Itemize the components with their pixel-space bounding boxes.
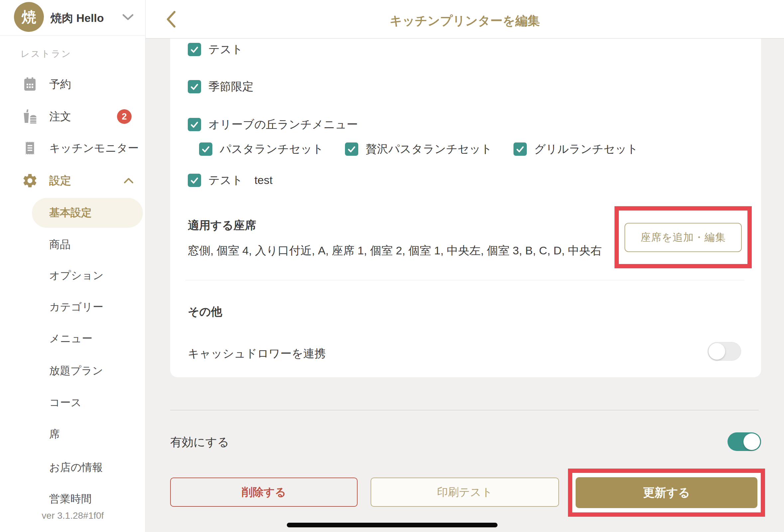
- sidebar-item-label: 注文: [49, 109, 71, 124]
- enable-label: 有効にする: [170, 434, 229, 450]
- checkbox-test-2[interactable]: テスト test: [188, 173, 273, 188]
- checkbox-luxury-pasta-lunch-set[interactable]: 贅沢パスタランチセット: [345, 142, 492, 157]
- sidebar-item-label: 予約: [49, 77, 71, 92]
- sidebar-item-label: キッチンモニター: [49, 141, 139, 156]
- gear-icon: [21, 172, 38, 189]
- checkbox-olive-hill-lunch-menu[interactable]: オリーブの丘ランチメニュー: [188, 117, 358, 132]
- checkbox-checked-icon[interactable]: [188, 80, 201, 93]
- sidebar-subitem-seats[interactable]: 席: [0, 424, 146, 445]
- sidebar-subitem-business-hours[interactable]: 営業時間: [0, 489, 146, 510]
- chevron-up-icon: [123, 178, 134, 184]
- app-screen: 焼 焼肉 Hello レストラン 予約 注文 2 キッチンモニター: [0, 0, 784, 532]
- page-title: キッチンプリンターを編集: [146, 12, 784, 29]
- add-edit-seats-button[interactable]: 座席を追加・編集: [624, 223, 742, 252]
- checkbox-checked-icon[interactable]: [513, 143, 527, 156]
- sidebar-subitem-products[interactable]: 商品: [0, 234, 146, 255]
- sub-checkbox-group: パスタランチセット 贅沢パスタランチセット グリルランチセット: [199, 142, 638, 157]
- checkbox-checked-icon[interactable]: [199, 143, 213, 156]
- sidebar-subitem-courses[interactable]: コース: [0, 392, 146, 413]
- checkbox-checked-icon[interactable]: [188, 43, 201, 56]
- sidebar-divider: [0, 35, 146, 35]
- home-indicator-bar[interactable]: [287, 523, 498, 527]
- app-version: ver 3.1.28#1f0f: [0, 510, 146, 521]
- receipt-icon: [21, 140, 38, 157]
- checkbox-pasta-lunch-set[interactable]: パスタランチセット: [199, 142, 324, 157]
- restaurant-avatar: 焼: [14, 2, 44, 32]
- checkbox-test[interactable]: テスト: [188, 42, 243, 57]
- sidebar-item-reservations[interactable]: 予約: [0, 73, 146, 95]
- checkbox-grill-lunch-set[interactable]: グリルランチセット: [513, 142, 638, 157]
- restaurant-name: 焼肉 Hello: [51, 11, 104, 26]
- sidebar-item-orders[interactable]: 注文 2: [0, 106, 146, 127]
- orders-count-badge: 2: [117, 109, 132, 124]
- toggle-knob: [744, 433, 760, 450]
- enable-toggle[interactable]: [728, 432, 761, 451]
- other-section-title: その他: [188, 304, 222, 320]
- print-test-button[interactable]: 印刷テスト: [370, 477, 559, 507]
- checkbox-checked-icon[interactable]: [188, 118, 201, 131]
- annotation-highlight-frame: 更新する: [568, 469, 765, 517]
- sidebar-subitem-categories[interactable]: カテゴリー: [0, 297, 146, 318]
- section-divider: [186, 280, 745, 280]
- sidebar-subitem-options[interactable]: オプション: [0, 265, 146, 286]
- checkbox-checked-icon[interactable]: [188, 174, 201, 187]
- sidebar-section-label: レストラン: [21, 48, 72, 60]
- applied-seats-value: 窓側, 個室 4, 入り口付近, A, 座席 1, 個室 2, 個室 1, 中央…: [188, 243, 602, 258]
- sidebar-item-settings[interactable]: 設定: [0, 170, 146, 191]
- sidebar-subitem-menus[interactable]: メニュー: [0, 328, 146, 349]
- food-order-icon: [21, 108, 38, 125]
- footer-divider: [170, 410, 759, 410]
- update-button[interactable]: 更新する: [576, 477, 757, 508]
- sidebar: 焼 焼肉 Hello レストラン 予約 注文 2 キッチンモニター: [0, 0, 146, 532]
- cash-drawer-toggle[interactable]: [707, 342, 741, 361]
- sidebar-subitem-basic-settings[interactable]: 基本設定: [0, 202, 146, 224]
- restaurant-switcher[interactable]: 焼 焼肉 Hello: [0, 0, 146, 35]
- annotation-highlight-frame: 座席を追加・編集: [615, 206, 752, 268]
- calendar-icon: [21, 76, 38, 93]
- sidebar-subitem-all-you-can-eat-plans[interactable]: 放題プラン: [0, 360, 146, 382]
- printer-settings-card: テスト 季節限定 オリーブの丘ランチメニュー パスタランチセット 贅沢パスタラン…: [170, 38, 761, 377]
- delete-button[interactable]: 削除する: [170, 477, 358, 507]
- applied-seats-title: 適用する座席: [188, 218, 256, 233]
- toggle-knob: [708, 343, 725, 360]
- checkbox-checked-icon[interactable]: [345, 143, 358, 156]
- chevron-down-icon: [122, 14, 134, 21]
- sidebar-item-kitchen-monitor[interactable]: キッチンモニター: [0, 137, 146, 159]
- checkbox-seasonal-limited[interactable]: 季節限定: [188, 79, 254, 94]
- page-header: キッチンプリンターを編集: [146, 0, 784, 38]
- sidebar-subitem-store-info[interactable]: お店の情報: [0, 457, 146, 478]
- cash-drawer-label: キャッシュドロワーを連携: [188, 346, 326, 361]
- sidebar-item-label: 設定: [49, 173, 71, 188]
- main-area: キッチンプリンターを編集 テスト 季節限定 オリーブの丘ランチメニュー パスタラ…: [146, 0, 784, 532]
